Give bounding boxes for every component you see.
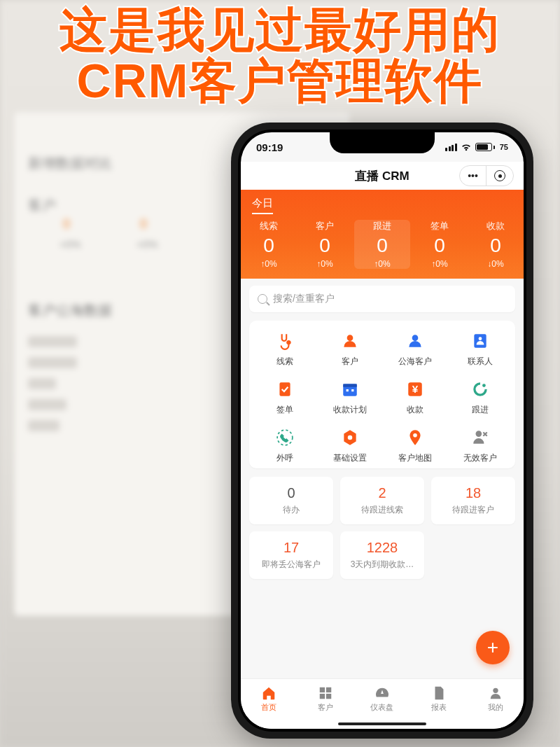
- card-待跟进线索[interactable]: 2 待跟进线索: [340, 477, 424, 524]
- metric-change: ↑0%: [241, 259, 297, 269]
- module-外呼[interactable]: 外呼: [252, 427, 317, 464]
- svg-point-11: [347, 435, 352, 440]
- module-label: 外呼: [276, 452, 293, 464]
- bd-section-label-2: 客户公海数据: [28, 301, 112, 320]
- module-签单[interactable]: 签单: [252, 379, 317, 416]
- module-客户地图[interactable]: 客户地图: [382, 427, 447, 464]
- stat-cards: 0 待办2 待跟进线索18 待跟进客户17 即将丢公海客户1228 3天内到期收…: [249, 477, 515, 579]
- pin-icon: [405, 427, 426, 448]
- card-number: 1228: [344, 540, 420, 556]
- metric-label: 线索: [241, 220, 297, 232]
- module-grid: 线索 客户 公海客户 联系人 签单 收款计划¥ 收款 跟进 外呼 基础设置 客户…: [249, 321, 515, 468]
- metrics-row: 线索 0 ↑0%客户 0 ↑0%跟进 0 ↑0%签单 0 ↑0%收款 0 ↓0%: [241, 220, 524, 269]
- module-label: 收款: [407, 404, 424, 416]
- metric-label: 客户: [297, 220, 353, 232]
- svg-rect-6: [351, 389, 354, 391]
- tab-label: 客户: [318, 702, 333, 713]
- metric-change: ↑0%: [412, 259, 468, 269]
- metric-签单[interactable]: 签单 0 ↑0%: [412, 220, 468, 269]
- bd-val2: 0: [140, 217, 147, 232]
- person-icon: [405, 330, 426, 351]
- module-公海客户[interactable]: 公海客户: [382, 330, 447, 368]
- close-button[interactable]: [486, 166, 513, 186]
- module-label: 无效客户: [463, 452, 497, 464]
- card-label: 待跟进线索: [344, 504, 420, 516]
- tab-我的[interactable]: 我的: [467, 679, 524, 719]
- svg-point-17: [493, 688, 498, 693]
- add-fab[interactable]: +: [476, 631, 510, 664]
- stethoscope-icon: [274, 330, 295, 351]
- metric-收款[interactable]: 收款 0 ↓0%: [468, 220, 524, 269]
- metric-change: ↑0%: [354, 259, 410, 269]
- person-x-icon: [470, 427, 491, 448]
- svg-text:¥: ¥: [412, 383, 418, 395]
- phone-frame: 09:19 75 直播 CRM ••• 今日 线索 0 ↑0%客户 0 ↑0%跟…: [231, 123, 533, 739]
- module-label: 联系人: [468, 356, 493, 368]
- tab-首页[interactable]: 首页: [241, 679, 298, 719]
- tab-客户[interactable]: 客户: [298, 679, 354, 719]
- date-tab[interactable]: 今日: [241, 197, 524, 220]
- metric-线索[interactable]: 线索 0 ↑0%: [241, 220, 297, 269]
- metric-跟进[interactable]: 跟进 0 ↑0%: [354, 220, 410, 269]
- metric-value: 0: [354, 235, 410, 257]
- bd-section-label: 新增数据对比: [28, 154, 112, 173]
- module-客户[interactable]: 客户: [317, 330, 382, 368]
- metric-value: 0: [241, 235, 297, 257]
- card-3天内到期收款…[interactable]: 1228 3天内到期收款…: [340, 531, 424, 579]
- more-button[interactable]: •••: [460, 166, 486, 186]
- search-input[interactable]: 搜索/查重客户: [249, 286, 515, 312]
- module-收款计划[interactable]: 收款计划: [317, 379, 382, 416]
- svg-rect-15: [320, 694, 325, 699]
- signal-icon: [445, 144, 457, 151]
- metric-value: 0: [297, 235, 353, 257]
- metric-label: 收款: [468, 220, 524, 232]
- doc-icon: [431, 685, 447, 701]
- module-label: 基础设置: [333, 452, 367, 464]
- tab-label: 仪表盘: [370, 702, 393, 713]
- target-icon: [494, 170, 505, 181]
- module-收款[interactable]: ¥ 收款: [382, 379, 447, 416]
- module-跟进[interactable]: 跟进: [447, 379, 512, 416]
- promo-headline: 这是我见过最好用的 CRM客户管理软件: [0, 4, 560, 107]
- card-label: 待办: [253, 504, 329, 516]
- module-联系人[interactable]: 联系人: [447, 330, 512, 368]
- tab-label: 首页: [261, 702, 276, 713]
- tab-bar: 首页 客户 仪表盘 报表 我的: [241, 678, 524, 729]
- metric-change: ↑0%: [297, 259, 353, 269]
- metric-客户[interactable]: 客户 0 ↑0%: [297, 220, 353, 269]
- battery-pct: 75: [500, 143, 508, 151]
- person-icon: [340, 330, 360, 351]
- card-待跟进客户[interactable]: 18 待跟进客户: [431, 477, 515, 524]
- gauge-icon: [374, 685, 390, 701]
- metric-value: 0: [412, 235, 468, 257]
- card-待办[interactable]: 0 待办: [249, 477, 333, 524]
- tab-报表[interactable]: 报表: [410, 679, 467, 719]
- module-label: 签单: [276, 404, 293, 416]
- module-基础设置[interactable]: 基础设置: [317, 427, 382, 464]
- module-无效客户[interactable]: 无效客户: [447, 427, 512, 464]
- phone-notch: [330, 132, 435, 153]
- module-label: 线索: [276, 356, 293, 368]
- home-icon: [261, 685, 276, 701]
- clipboard-check-icon: [274, 379, 295, 400]
- module-label: 跟进: [472, 404, 489, 416]
- svg-rect-14: [326, 687, 331, 692]
- yen-icon: ¥: [405, 379, 426, 400]
- swirl-icon: [470, 379, 491, 400]
- metric-label: 签单: [412, 220, 468, 232]
- module-线索[interactable]: 线索: [252, 330, 317, 368]
- miniprogram-controls: •••: [459, 165, 514, 186]
- navbar: 直播 CRM •••: [241, 162, 524, 190]
- grid-icon: [318, 685, 333, 701]
- headline-line-2: CRM客户管理软件: [77, 54, 484, 107]
- hero-panel: 今日 线索 0 ↑0%客户 0 ↑0%跟进 0 ↑0%签单 0 ↑0%收款 0 …: [241, 190, 524, 279]
- metric-change: ↓0%: [468, 259, 524, 269]
- phone-screen: 09:19 75 直播 CRM ••• 今日 线索 0 ↑0%客户 0 ↑0%跟…: [241, 132, 524, 729]
- metric-value: 0: [468, 235, 524, 257]
- card-即将丢公海客户[interactable]: 17 即将丢公海客户: [249, 531, 333, 579]
- module-label: 收款计划: [333, 404, 367, 416]
- module-label: 客户地图: [398, 452, 432, 464]
- tab-仪表盘[interactable]: 仪表盘: [354, 679, 411, 719]
- module-label: 公海客户: [398, 356, 432, 368]
- card-label: 待跟进客户: [435, 504, 511, 516]
